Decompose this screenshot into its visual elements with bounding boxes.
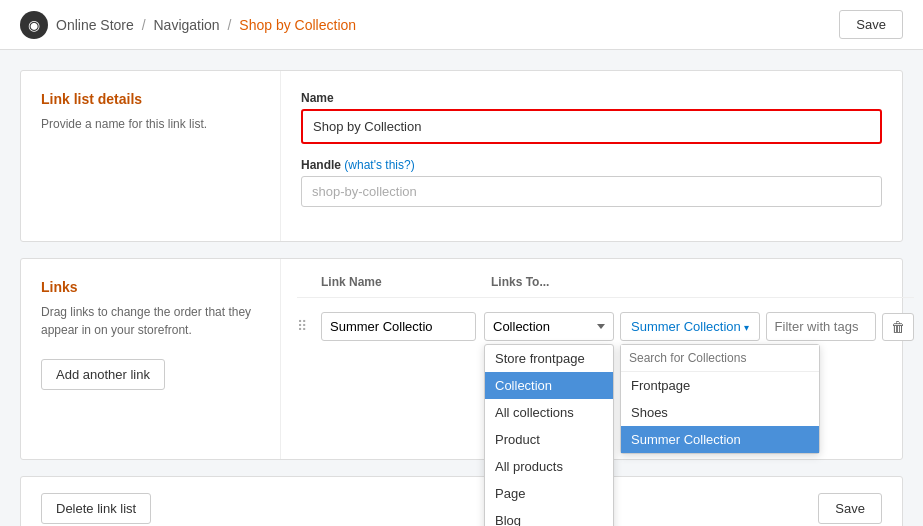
name-form-group: Name bbox=[301, 91, 882, 144]
add-another-link-button[interactable]: Add another link bbox=[41, 359, 165, 390]
header-left: ◉ Online Store / Navigation / Shop by Co… bbox=[20, 11, 356, 39]
name-label: Name bbox=[301, 91, 882, 105]
dropdown-item-blog[interactable]: Blog bbox=[485, 507, 613, 526]
links-left: Links Drag links to change the order tha… bbox=[21, 259, 281, 459]
trash-icon: 🗑 bbox=[891, 319, 905, 335]
dropdown-item-page[interactable]: Page bbox=[485, 480, 613, 507]
links-to-dropdown-list: Store frontpage Collection All collectio… bbox=[484, 344, 614, 526]
links-to-dropdown-wrapper: Store frontpage Collection All collectio… bbox=[484, 312, 614, 341]
collection-picker-button[interactable]: Summer Collection bbox=[620, 312, 760, 341]
bottom-card: Delete link list Save bbox=[20, 476, 903, 526]
dropdown-item-product[interactable]: Product bbox=[485, 426, 613, 453]
breadcrumb-online-store[interactable]: Online Store bbox=[56, 17, 134, 33]
name-field-wrapper bbox=[301, 109, 882, 144]
breadcrumb-navigation[interactable]: Navigation bbox=[154, 17, 220, 33]
app-logo-icon: ◉ bbox=[20, 11, 48, 39]
breadcrumb: Online Store / Navigation / Shop by Coll… bbox=[56, 17, 356, 33]
breadcrumb-current: Shop by Collection bbox=[239, 17, 356, 33]
header: ◉ Online Store / Navigation / Shop by Co… bbox=[0, 0, 923, 50]
handle-input[interactable] bbox=[301, 176, 882, 207]
main-content: Link list details Provide a name for thi… bbox=[0, 50, 923, 526]
collection-option-shoes[interactable]: Shoes bbox=[621, 399, 819, 426]
link-list-details-right: Name Handle (what's this?) bbox=[281, 71, 902, 241]
links-table-header: Link Name Links To... bbox=[297, 275, 914, 298]
collection-option-frontpage[interactable]: Frontpage bbox=[621, 372, 819, 399]
name-input[interactable] bbox=[305, 113, 878, 140]
handle-whatsthis-link[interactable]: (what's this?) bbox=[344, 158, 414, 172]
save-header-button[interactable]: Save bbox=[839, 10, 903, 39]
col-links-to-header: Links To... bbox=[491, 275, 549, 289]
links-to-select[interactable]: Store frontpage Collection All collectio… bbox=[484, 312, 614, 341]
link-list-details-card: Link list details Provide a name for thi… bbox=[20, 70, 903, 242]
collection-option-summer[interactable]: Summer Collection bbox=[621, 426, 819, 453]
delete-row-button[interactable]: 🗑 bbox=[882, 313, 914, 341]
link-row: ⠿ Store frontpage Collection All collect… bbox=[297, 306, 914, 347]
collection-picker-wrapper: Summer Collection Frontpage Shoes Summer… bbox=[620, 312, 760, 341]
link-list-details-description: Provide a name for this link list. bbox=[41, 115, 260, 133]
link-list-details-title: Link list details bbox=[41, 91, 260, 107]
links-to-controls: Store frontpage Collection All collectio… bbox=[484, 312, 914, 341]
save-bottom-button[interactable]: Save bbox=[818, 493, 882, 524]
drag-handle-icon[interactable]: ⠿ bbox=[297, 312, 313, 334]
dropdown-item-all-collections[interactable]: All collections bbox=[485, 399, 613, 426]
links-card: Links Drag links to change the order tha… bbox=[20, 258, 903, 460]
collection-picker-dropdown: Frontpage Shoes Summer Collection bbox=[620, 344, 820, 454]
collection-search-input[interactable] bbox=[621, 345, 819, 372]
links-description: Drag links to change the order that they… bbox=[41, 303, 260, 339]
link-list-details-left: Link list details Provide a name for thi… bbox=[21, 71, 281, 241]
handle-label: Handle (what's this?) bbox=[301, 158, 882, 172]
dropdown-item-all-products[interactable]: All products bbox=[485, 453, 613, 480]
delete-link-list-button[interactable]: Delete link list bbox=[41, 493, 151, 524]
handle-form-group: Handle (what's this?) bbox=[301, 158, 882, 207]
link-name-input[interactable] bbox=[321, 312, 476, 341]
dropdown-item-collection[interactable]: Collection bbox=[485, 372, 613, 399]
breadcrumb-sep-2: / bbox=[228, 17, 232, 33]
col-link-name-header: Link Name bbox=[321, 275, 491, 289]
bottom-card-inner: Delete link list Save bbox=[21, 477, 902, 526]
filter-tags-input[interactable] bbox=[766, 312, 876, 341]
links-table: Link Name Links To... ⠿ Store frontpage … bbox=[281, 259, 923, 459]
breadcrumb-sep-1: / bbox=[142, 17, 146, 33]
links-title: Links bbox=[41, 279, 260, 295]
dropdown-item-store-frontpage[interactable]: Store frontpage bbox=[485, 345, 613, 372]
